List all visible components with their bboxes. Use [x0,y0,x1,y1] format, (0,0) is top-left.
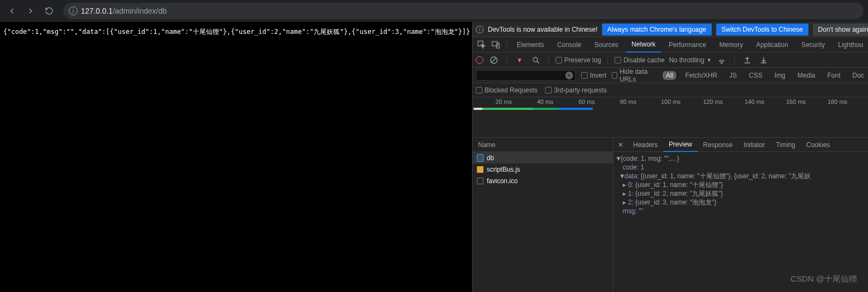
request-list-header[interactable]: Name [473,138,613,152]
hide-data-urls-checkbox[interactable]: Hide data URLs [612,68,657,83]
timeline-tick: 40 ms [537,98,553,105]
invert-checkbox[interactable]: Invert [581,72,606,79]
filter-type-img[interactable]: Img [771,71,789,80]
info-icon: i [476,26,483,33]
timeline-tick: 160 ms [786,98,806,105]
image-icon [477,178,483,184]
detail-tabs: ✕ Headers Preview Response Initiator Tim… [613,138,868,152]
device-toggle-icon[interactable] [490,39,502,51]
import-icon[interactable] [741,56,753,64]
tab-console[interactable]: Console [552,37,587,52]
filter-type-doc[interactable]: Doc [849,71,867,80]
infobar-message: DevTools is now available in Chinese! [488,26,598,33]
inspect-element-icon[interactable] [476,39,488,51]
timeline-tick: 20 ms [495,98,512,105]
timeline-overview[interactable]: 20 ms 40 ms 60 ms 80 ms 100 ms 120 ms 14… [473,97,868,138]
separator [506,40,507,49]
timeline-tick: 120 ms [703,98,723,105]
tab-application[interactable]: Application [751,37,794,52]
record-button[interactable] [476,56,483,64]
devtools-tabs: Elements Console Sources Network Perform… [473,37,868,52]
url-host: 127.0.0.1 [81,7,113,15]
detail-tab-preview[interactable]: Preview [663,138,698,152]
network-toolbar: ▼ Preserve log Disable cache No throttli… [473,52,868,68]
document-icon [477,154,483,162]
detail-tab-cookies[interactable]: Cookies [801,138,835,152]
dismiss-infobar-button[interactable]: Don't show again [813,24,868,36]
clear-filter-icon[interactable]: ✕ [565,72,573,79]
request-detail: ✕ Headers Preview Response Initiator Tim… [613,138,868,292]
tab-network[interactable]: Network [626,37,661,52]
svg-point-4 [533,57,538,62]
filter-type-font[interactable]: Font [824,71,843,80]
detail-tab-timing[interactable]: Timing [770,138,801,152]
timeline-tick: 60 ms [578,98,595,105]
svg-point-5 [722,62,723,63]
site-info-icon[interactable]: i [69,7,78,15]
separator [548,56,549,65]
tab-elements[interactable]: Elements [511,37,550,52]
tab-lighthouse[interactable]: Lighthou [832,37,868,52]
detail-tab-initiator[interactable]: Initiator [738,138,770,152]
tab-memory[interactable]: Memory [714,37,748,52]
search-icon[interactable] [530,56,542,64]
filter-type-js[interactable]: JS [726,71,740,80]
script-icon [477,166,483,173]
timeline-tick: 140 ms [745,98,764,105]
filter-input[interactable]: ✕ [476,70,576,81]
filter-bar: ✕ Invert Hide data URLs All Fetch/XHR JS… [473,68,868,83]
filter-type-xhr[interactable]: Fetch/XHR [682,71,721,80]
timeline-tick: 100 ms [661,98,681,105]
preview-tree[interactable]: ▼{code: 1, msg: "",…} code: 1 ▼data: [{u… [613,152,868,292]
filter-type-media[interactable]: Media [794,71,819,80]
request-row[interactable]: favicon.ico [473,175,613,186]
filter-type-all[interactable]: All [663,71,676,80]
devtools-infobar: i DevTools is now available in Chinese! … [473,22,868,37]
match-language-button[interactable]: Always match Chrome's language [602,24,712,36]
browser-toolbar: i 127.0.0.1/admin/index/db [0,0,868,22]
filter-type-css[interactable]: CSS [746,71,766,80]
address-bar[interactable]: i 127.0.0.1/admin/index/db [63,3,864,19]
request-row[interactable]: db [473,152,613,163]
tab-security[interactable]: Security [796,37,830,52]
separator [734,56,735,65]
forward-button[interactable] [23,3,38,19]
watermark: CSDN @十尾仙狸 [790,274,857,284]
tab-performance[interactable]: Performance [663,37,712,52]
blocked-requests-checkbox[interactable]: Blocked Requests [476,86,538,94]
disable-cache-checkbox[interactable]: Disable cache [615,56,664,64]
detail-tab-headers[interactable]: Headers [628,138,663,152]
filter-icon[interactable]: ▼ [513,56,525,64]
request-row[interactable]: scriptBus.js [473,163,613,175]
separator [607,56,608,65]
separator [506,56,507,65]
clear-button[interactable] [488,56,500,64]
page-content: {"code":1,"msg":"","data":[{"user_id":1,… [0,22,472,292]
export-icon[interactable] [758,56,770,64]
close-detail-button[interactable]: ✕ [613,141,628,149]
timeline-tick: 180 ms [828,98,847,105]
third-party-checkbox[interactable]: 3rd-party requests [545,86,607,94]
detail-tab-response[interactable]: Response [698,138,738,152]
timeline-tick: 80 ms [620,98,636,105]
preserve-log-checkbox[interactable]: Preserve log [556,56,601,64]
request-list: Name db scriptBus.js favicon.ico [473,138,613,292]
switch-language-button[interactable]: Switch DevTools to Chinese [716,24,808,36]
url-path: /admin/index/db [113,7,167,15]
reload-button[interactable] [42,3,57,19]
back-button[interactable] [4,3,20,19]
tab-sources[interactable]: Sources [589,37,624,52]
throttle-select[interactable]: No throttling▼ [669,56,712,64]
network-conditions-icon[interactable] [716,56,728,64]
devtools-panel: i DevTools is now available in Chinese! … [472,22,868,292]
filter-bar-2: Blocked Requests 3rd-party requests [473,83,868,97]
